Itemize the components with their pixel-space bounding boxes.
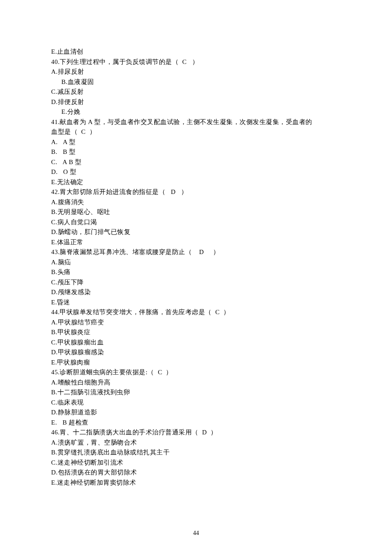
text-line: E.分娩 bbox=[51, 107, 341, 117]
text-line: D.包括溃疡在的胃大部切除术 bbox=[51, 468, 341, 478]
text-line: C.颅压下降 bbox=[51, 278, 341, 288]
text-line: E.甲状腺肉瘤 bbox=[51, 358, 341, 368]
text-line: 43.脑脊液漏禁忌耳鼻冲洗、堵塞或腰穿是防止（ D ） bbox=[51, 247, 341, 257]
text-line: A.腹痛消失 bbox=[51, 197, 341, 208]
text-line: D.颅继发感染 bbox=[51, 287, 341, 298]
text-line: B. B 型 bbox=[51, 147, 341, 157]
text-line: 44.甲状腺单发结节突变增大，伴胀痛，首先应考虑是（ C ） bbox=[51, 307, 341, 318]
text-line: 42.胃大部切除后开始进流食的指征是（ D ） bbox=[51, 187, 341, 197]
text-line: E.体温正常 bbox=[51, 237, 341, 248]
text-line: D.排便反射 bbox=[51, 97, 341, 107]
text-line: A.溃疡旷置，胃、空肠吻合术 bbox=[51, 438, 341, 448]
text-line: E.无法确定 bbox=[51, 177, 341, 188]
text-line: E.昏迷 bbox=[51, 298, 341, 308]
text-line: D.静脉胆道造影 bbox=[51, 408, 341, 418]
text-line: A. A 型 bbox=[51, 137, 341, 147]
text-line: A.脑疝 bbox=[51, 257, 341, 268]
text-line: B.头痛 bbox=[51, 267, 341, 278]
text-line: C.甲状腺腺瘤出血 bbox=[51, 338, 341, 348]
text-line: D.肠蠕动，肛门排气已恢复 bbox=[51, 227, 341, 237]
text-line: C. A B 型 bbox=[51, 157, 341, 168]
text-line: A.甲状腺结节癌变 bbox=[51, 318, 341, 328]
text-line: E.止血清创 bbox=[51, 47, 341, 57]
text-line: B.血液凝固 bbox=[51, 77, 341, 87]
text-line: E. B 超检查 bbox=[51, 418, 341, 428]
text-line: 40.下列生理过程中，属于负反馈调节的是（ C ） bbox=[51, 57, 341, 67]
text-line: D.甲状腺腺瘤感染 bbox=[51, 347, 341, 358]
text-line: B.无明显呕心、呕吐 bbox=[51, 207, 341, 217]
body-text: E.止血清创40.下列生理过程中，属于负反馈调节的是（ C ）A.排尿反射B.血… bbox=[51, 47, 341, 488]
text-line: A.嗜酸性白细胞升高 bbox=[51, 378, 341, 388]
text-line: B.十二指肠引流液找到虫卵 bbox=[51, 387, 341, 398]
text-line: 45.诊断胆道蛔虫病的主要依据是:（ C ） bbox=[51, 367, 341, 378]
text-line: A.排尿反射 bbox=[51, 67, 341, 77]
text-line: 46.胃、十二指肠溃疡大出血的手术治疗普通采用（ D ） bbox=[51, 428, 341, 438]
text-line: D. O 型 bbox=[51, 167, 341, 177]
text-line: C.病人自觉口渴 bbox=[51, 217, 341, 228]
text-line: C.临床表现 bbox=[51, 398, 341, 408]
text-line: B.甲状腺炎症 bbox=[51, 327, 341, 338]
page-number: 44 bbox=[0, 528, 392, 538]
document-page: E.止血清创40.下列生理过程中，属于负反馈调节的是（ C ）A.排尿反射B.血… bbox=[0, 0, 392, 555]
text-line: E.迷走神经切断加胃窦切除术 bbox=[51, 478, 341, 488]
text-line: C.迷走神经切断加引流术 bbox=[51, 458, 341, 468]
text-line: 41.献血者为 A 型，与受血者作交叉配血试验，主侧不发生凝集，次侧发生凝集，受… bbox=[51, 117, 341, 127]
text-line: 血型是（ C ） bbox=[51, 127, 341, 137]
text-line: B.贯穿缝扎溃疡底出血动脉或结扎其主干 bbox=[51, 448, 341, 458]
text-line: C.减压反射 bbox=[51, 87, 341, 97]
